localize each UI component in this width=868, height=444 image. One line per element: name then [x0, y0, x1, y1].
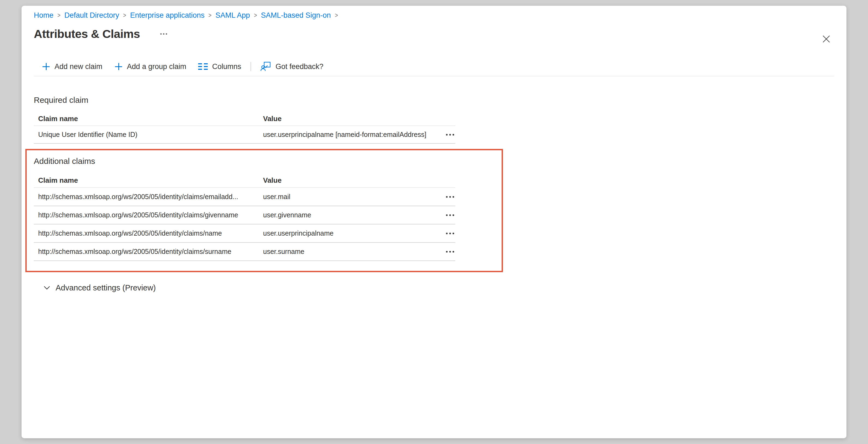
column-header-claim-name: Claim name [34, 115, 259, 123]
claim-name-cell: http://schemas.xmlsoap.org/ws/2005/05/id… [34, 229, 259, 237]
required-claim-section: Required claim Claim name Value Unique U… [34, 95, 455, 144]
table-row: http://schemas.xmlsoap.org/ws/2005/05/id… [34, 206, 455, 225]
toolbar-divider [251, 62, 251, 71]
got-feedback-label: Got feedback? [276, 62, 323, 71]
breadcrumb-default-directory[interactable]: Default Directory [64, 11, 119, 20]
plus-icon [42, 62, 50, 71]
additional-claims-section: Additional claims Claim name Value http:… [34, 149, 455, 272]
breadcrumb-chevron-icon: > [209, 11, 212, 19]
additional-claims-table: Claim name Value http://schemas.xmlsoap.… [34, 173, 455, 261]
table-row: http://schemas.xmlsoap.org/ws/2005/05/id… [34, 243, 455, 261]
column-header-claim-name: Claim name [34, 176, 259, 185]
row-more-options-button[interactable] [445, 229, 455, 238]
columns-label: Columns [212, 62, 241, 71]
row-more-options-button[interactable] [445, 211, 455, 219]
columns-button[interactable]: Columns [198, 62, 241, 71]
breadcrumb-saml-based-sign-on[interactable]: SAML-based Sign-on [261, 11, 331, 20]
close-icon [822, 35, 830, 43]
breadcrumb-enterprise-applications[interactable]: Enterprise applications [130, 11, 205, 20]
add-new-claim-label: Add new claim [55, 62, 102, 71]
claim-name-cell: http://schemas.xmlsoap.org/ws/2005/05/id… [34, 193, 259, 201]
columns-icon [198, 63, 208, 70]
breadcrumb-home[interactable]: Home [34, 11, 54, 20]
add-group-claim-label: Add a group claim [127, 62, 186, 71]
breadcrumb-chevron-icon: > [335, 11, 338, 19]
attributes-claims-panel: Home > Default Directory > Enterprise ap… [22, 6, 846, 438]
row-more-options-button[interactable] [445, 193, 455, 201]
claim-name-cell: http://schemas.xmlsoap.org/ws/2005/05/id… [34, 211, 259, 219]
breadcrumb-chevron-icon: > [254, 11, 257, 19]
table-row: Unique User Identifier (Name ID) user.us… [34, 126, 455, 144]
row-more-options-button[interactable] [445, 130, 455, 139]
close-button[interactable] [820, 33, 832, 45]
required-claim-table: Claim name Value Unique User Identifier … [34, 112, 455, 144]
add-group-claim-button[interactable]: Add a group claim [115, 62, 186, 71]
claim-name-cell: Unique User Identifier (Name ID) [34, 130, 259, 139]
required-claim-heading: Required claim [34, 95, 455, 105]
breadcrumb-chevron-icon: > [57, 11, 60, 19]
claim-value-cell: user.userprincipalname [259, 229, 438, 237]
breadcrumb: Home > Default Directory > Enterprise ap… [34, 11, 834, 19]
got-feedback-button[interactable]: Got feedback? [260, 61, 323, 72]
table-row: http://schemas.xmlsoap.org/ws/2005/05/id… [34, 225, 455, 243]
add-new-claim-button[interactable]: Add new claim [42, 62, 102, 71]
claim-value-cell: user.mail [259, 193, 438, 201]
toolbar-rule [34, 76, 834, 77]
claim-name-cell: http://schemas.xmlsoap.org/ws/2005/05/id… [34, 248, 259, 256]
table-header-row: Claim name Value [34, 173, 455, 188]
breadcrumb-chevron-icon: > [123, 11, 126, 19]
column-header-value: Value [259, 115, 438, 123]
claim-value-cell: user.givenname [259, 211, 438, 219]
title-more-options-button[interactable] [159, 31, 169, 37]
claim-value-cell: user.userprincipalname [nameid-format:em… [259, 130, 438, 139]
table-row: http://schemas.xmlsoap.org/ws/2005/05/id… [34, 188, 455, 206]
command-bar: Add new claim Add a group claim Columns [34, 61, 834, 72]
plus-icon [115, 62, 123, 71]
table-header-row: Claim name Value [34, 112, 455, 126]
feedback-icon [260, 61, 271, 72]
advanced-settings-label: Advanced settings (Preview) [56, 284, 156, 292]
column-header-value: Value [259, 176, 438, 185]
additional-claims-heading: Additional claims [34, 156, 455, 166]
chevron-down-icon [43, 284, 51, 292]
row-more-options-button[interactable] [445, 248, 455, 256]
page-title: Attributes & Claims [34, 27, 140, 41]
breadcrumb-saml-app[interactable]: SAML App [215, 11, 250, 20]
claim-value-cell: user.surname [259, 248, 438, 256]
advanced-settings-toggle[interactable]: Advanced settings (Preview) [43, 282, 834, 293]
